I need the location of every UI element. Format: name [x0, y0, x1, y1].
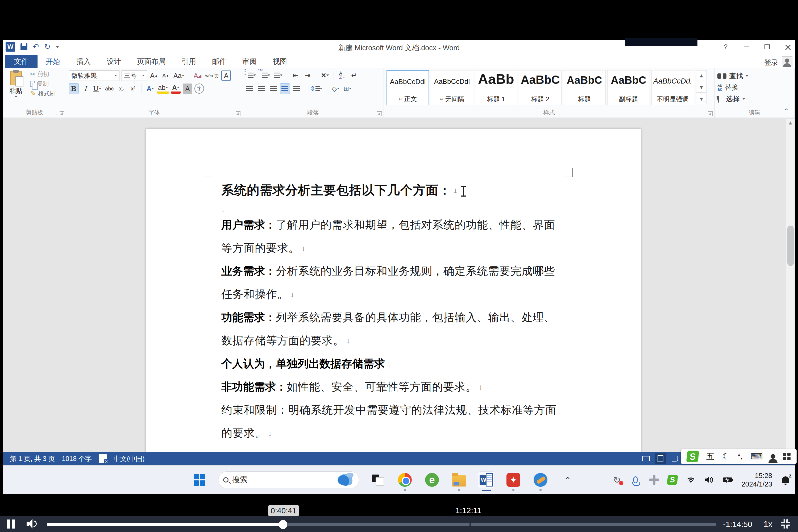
playback-speed-button[interactable]: 1x: [763, 519, 773, 529]
shrink-font-button[interactable]: A▼: [161, 71, 171, 81]
language-indicator[interactable]: 中文(中国): [114, 454, 145, 463]
taskbar-blue-app[interactable]: [532, 471, 549, 488]
moon-icon[interactable]: ☾: [722, 451, 730, 461]
clear-formatting-icon[interactable]: A◢: [193, 71, 203, 81]
bullet-list-icon[interactable]: [245, 70, 257, 80]
style-scroll-down-icon[interactable]: ▼: [696, 82, 707, 93]
taskbar-file-explorer[interactable]: [451, 471, 468, 488]
remote-control-icon[interactable]: [649, 475, 660, 485]
print-layout-button[interactable]: [654, 453, 666, 464]
copy-button[interactable]: 复制: [30, 80, 56, 88]
decrease-indent-icon[interactable]: ⇤: [291, 70, 301, 80]
superscript-button[interactable]: x²: [128, 83, 138, 94]
notification-bell-icon[interactable]: [780, 475, 791, 485]
font-dialog-launcher-icon[interactable]: [236, 111, 241, 116]
close-button[interactable]: [783, 42, 793, 51]
underline-button[interactable]: U: [92, 83, 102, 94]
word-count[interactable]: 1018 个字: [62, 454, 92, 463]
line-spacing-icon[interactable]: ⇕: [309, 83, 323, 94]
subscript-button[interactable]: x₂: [116, 83, 126, 94]
account-avatar[interactable]: [782, 56, 793, 67]
replace-button[interactable]: abac替换: [717, 83, 793, 92]
taskbar-chrome[interactable]: [396, 471, 413, 488]
align-center-icon[interactable]: [257, 83, 266, 94]
ime-wubi-mode[interactable]: 五: [706, 451, 714, 462]
align-left-icon[interactable]: [245, 83, 254, 94]
style-normal[interactable]: AaBbCcDdl ↵正文: [386, 70, 429, 105]
sort-icon[interactable]: AZ↓: [338, 70, 347, 80]
style-heading1[interactable]: AaBb 标题 1: [475, 70, 517, 105]
tab-references[interactable]: 引用: [174, 55, 204, 68]
tab-view[interactable]: 视图: [265, 55, 295, 68]
asian-layout-icon[interactable]: ✕: [320, 70, 330, 80]
tab-insert[interactable]: 插入: [68, 55, 99, 68]
style-subtitle[interactable]: AaBbC 副标题: [607, 70, 650, 105]
grow-font-button[interactable]: A▲: [149, 71, 159, 81]
italic-button[interactable]: I: [81, 83, 90, 94]
taskbar-search[interactable]: 搜索: [218, 471, 359, 488]
borders-icon[interactable]: ⊞: [343, 83, 353, 94]
taskbar-word-active[interactable]: W: [478, 471, 495, 488]
show-hide-marks-icon[interactable]: ↵: [349, 70, 359, 80]
battery-icon[interactable]: [723, 475, 733, 485]
shading-icon[interactable]: ◇: [331, 83, 341, 94]
document-page[interactable]: 系统的需求分析主要包括以下几个方面：↓ ↓ 用户需求：了解用户的需求和期望，包括…: [146, 129, 641, 452]
tab-review[interactable]: 审阅: [234, 55, 265, 68]
scroll-up-icon[interactable]: ▲: [786, 120, 795, 126]
minimize-button[interactable]: [742, 42, 751, 51]
keyboard-icon[interactable]: ⌨: [750, 451, 763, 461]
maximize-button[interactable]: [763, 42, 772, 51]
style-scroll-up-icon[interactable]: ▲: [696, 70, 707, 81]
ime-menu-grid-icon[interactable]: [783, 453, 791, 460]
read-mode-button[interactable]: [640, 453, 652, 464]
sign-in-link[interactable]: 登录: [764, 58, 778, 67]
phonetic-guide-icon[interactable]: wén 变: [205, 71, 220, 81]
change-case-button[interactable]: Aa: [173, 71, 185, 81]
character-border-icon[interactable]: A: [221, 71, 231, 81]
task-view-button[interactable]: [369, 471, 386, 488]
character-shading-icon[interactable]: A: [183, 83, 192, 94]
volume-icon[interactable]: [704, 475, 715, 485]
scrollbar-thumb[interactable]: [787, 226, 794, 266]
document-scrollbar[interactable]: ▲: [786, 119, 795, 452]
numbered-list-icon[interactable]: [259, 70, 271, 80]
sogou-tray-icon[interactable]: S: [667, 475, 678, 485]
web-layout-button[interactable]: [669, 453, 681, 464]
collapse-ribbon-icon[interactable]: ⌃: [783, 107, 789, 115]
clipboard-dialog-launcher-icon[interactable]: [60, 111, 64, 116]
proofing-status[interactable]: [99, 454, 107, 463]
tab-mailings[interactable]: 邮件: [204, 55, 234, 68]
person-icon[interactable]: [771, 454, 775, 459]
sogou-logo-icon[interactable]: S: [686, 451, 699, 462]
multilevel-list-icon[interactable]: [273, 70, 283, 80]
style-heading2[interactable]: AaBbC 标题 2: [519, 70, 562, 105]
style-subtle-emphasis[interactable]: AaBbCcDd. 不明显强调: [651, 70, 694, 105]
tab-design[interactable]: 设计: [99, 55, 129, 68]
taskbar-red-app[interactable]: ✦: [505, 471, 522, 488]
seek-bar[interactable]: [47, 523, 716, 526]
select-button[interactable]: 选择: [717, 94, 793, 103]
strikethrough-button[interactable]: abc: [104, 83, 114, 94]
volume-button[interactable]: [26, 519, 37, 529]
font-size-combobox[interactable]: 三号: [121, 70, 147, 81]
distribute-icon[interactable]: [292, 83, 301, 94]
ime-punctuation-mode[interactable]: °,: [737, 452, 743, 461]
start-button[interactable]: [191, 471, 208, 488]
clock-datetime[interactable]: 15:28 2024/1/23: [741, 471, 772, 488]
paragraph-dialog-launcher-icon[interactable]: [377, 111, 382, 116]
style-no-spacing[interactable]: AaBbCcDdl ↵无间隔: [431, 70, 473, 105]
tab-file[interactable]: 文件: [5, 55, 38, 68]
cut-button[interactable]: ✂剪切: [30, 70, 56, 78]
help-button[interactable]: ?: [721, 42, 730, 51]
font-color-icon[interactable]: A: [171, 83, 180, 94]
enclose-characters-icon[interactable]: 字: [194, 83, 204, 94]
taskbar-browser-e[interactable]: e: [423, 471, 440, 488]
text-effects-icon[interactable]: A: [146, 83, 155, 94]
taskbar-overflow-chevron[interactable]: ⌃: [559, 471, 576, 488]
style-gallery-more-icon[interactable]: ▼̲: [696, 94, 707, 104]
font-name-combobox[interactable]: 微软雅黑: [69, 70, 119, 81]
pause-button[interactable]: [7, 519, 18, 529]
format-painter-button[interactable]: ✎格式刷: [30, 89, 56, 98]
tab-home[interactable]: 开始: [38, 55, 68, 68]
highlight-color-icon[interactable]: ab: [157, 83, 169, 94]
